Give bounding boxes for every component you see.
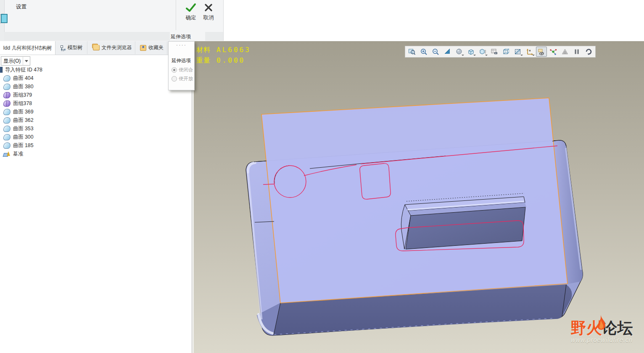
saved-views-button[interactable] [477, 47, 488, 57]
forum-watermark: 野火 论坛 www.proewildfire.cn [559, 320, 644, 343]
tree-item-surface[interactable]: 曲面 369 [0, 108, 189, 116]
tree-item-label: 面组379 [13, 92, 32, 99]
zoom-out-icon [432, 48, 439, 55]
navigator-panel: Idd 几何和拓扑结构树 模型树 文件夹浏览器 收藏夹 显示(O) 导入特征 I… [0, 41, 192, 353]
flame-icon [595, 314, 607, 335]
radio-make-closed[interactable]: 使闭合 [172, 67, 193, 73]
quilt-icon [3, 92, 11, 98]
quilt-icon [3, 100, 11, 107]
stop-spin-icon [585, 48, 592, 55]
surface-icon [3, 134, 11, 140]
extend-surface-tool-icon [0, 12, 11, 25]
display-style-cube-icon [467, 48, 475, 55]
extend-options-panel: ···· 延伸选项 使闭合 使开放 [168, 41, 195, 90]
cancel-button[interactable]: 取消 [200, 3, 217, 21]
zoom-in-button[interactable] [418, 47, 429, 57]
tree-item-import-feature[interactable]: 导入特征 ID 478 [0, 66, 189, 74]
repaint-icon [443, 48, 451, 55]
tree-item-quilt[interactable]: 面组378 [0, 99, 189, 108]
radio-icon [172, 67, 177, 73]
tab-model-tree[interactable]: 模型树 [56, 41, 87, 54]
extend-options-group-label[interactable]: 延伸选项 [171, 33, 191, 40]
radio-label: 使闭合 [179, 67, 193, 73]
radio-icon [172, 76, 177, 82]
tree-item-datum[interactable]: 基准 [0, 150, 189, 158]
tab-label: 模型树 [68, 44, 83, 51]
tree-item-surface[interactable]: 曲面 300 [0, 133, 189, 141]
ribbon-empty-area [224, 0, 644, 41]
panel-drag-handle[interactable]: ···· [169, 42, 194, 48]
tab-label: Idd 几何和拓扑结构树 [3, 45, 52, 52]
datum-icon [3, 151, 11, 157]
feature-tree: 导入特征 ID 478 曲面 404 曲面 380 面组379 面组378 曲面… [0, 66, 189, 158]
model-parameter-readout: 材料 AL6063 重量 0.000 [196, 45, 251, 66]
stop-spin-button[interactable] [583, 47, 594, 57]
zoom-out-button[interactable] [430, 47, 441, 57]
surface-icon [3, 84, 11, 90]
tree-item-surface[interactable]: 曲面 185 [0, 141, 189, 150]
application-window: 设置 延伸选项 确定 取消 Idd 几何和拓扑结构树 [0, 0, 644, 353]
watermark-url: www.proewildfire.cn [559, 337, 644, 343]
ok-button-label: 确定 [182, 14, 199, 21]
display-style-button[interactable] [465, 47, 476, 57]
perspective-view-button[interactable] [501, 47, 512, 57]
tree-item-surface[interactable]: 曲面 380 [0, 82, 189, 91]
view-manager-icon [491, 48, 498, 55]
spin-center-button[interactable] [548, 47, 559, 57]
pause-icon [573, 48, 581, 55]
datum-display-button[interactable] [524, 47, 535, 57]
3d-model [194, 41, 644, 353]
favorites-icon [140, 45, 146, 51]
zoom-in-icon [420, 48, 428, 55]
surface-icon [3, 75, 11, 82]
tree-item-label: 基准 [13, 150, 24, 158]
surface-icon [3, 109, 11, 115]
show-filter-dropdown[interactable]: 显示(O) [1, 56, 30, 66]
tree-item-surface[interactable]: 曲面 362 [0, 116, 189, 124]
tree-item-label: 导入特征 ID 478 [5, 66, 42, 74]
3d-dragger-button[interactable] [560, 47, 570, 57]
cancel-button-label: 取消 [200, 14, 217, 21]
tree-item-label: 曲面 369 [13, 108, 34, 116]
chevron-down-icon [23, 57, 30, 65]
annotation-display-icon [538, 48, 545, 55]
repaint-button[interactable] [442, 47, 453, 57]
perspective-cube-icon [502, 48, 510, 55]
check-icon [185, 3, 196, 13]
shading-options-button[interactable] [454, 47, 465, 57]
view-toolbar [405, 46, 596, 58]
close-x-icon [204, 3, 213, 13]
import-feature-icon [0, 67, 3, 73]
ok-button[interactable]: 确定 [182, 3, 199, 21]
ribbon-separator [176, 0, 176, 30]
view-manager-button[interactable] [489, 47, 500, 57]
navigator-tab-bar: Idd 几何和拓扑结构树 模型树 文件夹浏览器 收藏夹 [0, 41, 192, 55]
surface-icon [3, 142, 11, 149]
3d-dragger-icon [561, 48, 569, 55]
folder-browser-icon [93, 45, 100, 50]
tree-item-surface[interactable]: 曲面 353 [0, 124, 189, 133]
tab-geometry-topology-tree[interactable]: Idd 几何和拓扑结构树 [0, 41, 55, 55]
section-view-button[interactable] [512, 47, 523, 57]
datum-display-icon [526, 48, 533, 55]
tab-label: 收藏夹 [148, 44, 164, 51]
graphics-area[interactable]: 材料 AL6063 重量 0.000 [194, 41, 644, 353]
radio-make-open[interactable]: 使开放 [172, 76, 193, 82]
show-filter-label: 显示(O) [1, 58, 23, 65]
pause-button[interactable] [571, 47, 582, 57]
tree-item-quilt[interactable]: 面组379 [0, 91, 189, 99]
annotation-display-button[interactable] [536, 47, 547, 57]
tree-item-surface[interactable]: 曲面 404 [0, 74, 189, 82]
shading-icon [455, 48, 463, 55]
highlight-curve[interactable] [263, 184, 274, 184]
section-plane-icon [514, 48, 522, 55]
tree-item-label: 曲面 380 [13, 83, 34, 90]
spin-center-icon [549, 48, 557, 55]
tree-item-label: 曲面 362 [13, 117, 34, 124]
tab-folder-browser[interactable]: 文件夹浏览器 [90, 41, 135, 54]
zoom-refit-button[interactable] [406, 47, 417, 57]
tab-favorites[interactable]: 收藏夹 [137, 41, 167, 54]
tree-item-label: 面组378 [13, 100, 32, 107]
surface-icon [3, 126, 11, 132]
weight-value: 0.000 [216, 55, 245, 66]
